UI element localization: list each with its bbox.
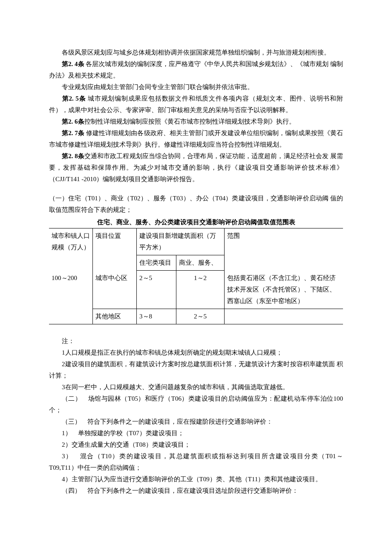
cell-scope	[225, 309, 343, 324]
item-three-3: 3） 混合（T10）类的建设项目，其总建筑面积或指标达到项目所含建设项目分类（T…	[49, 451, 343, 474]
item-three-1: 1） 单独报建的学校（T07）类建设项目；	[49, 428, 343, 439]
item-one: （一）住宅（T01）、商业（T02）、服务（T03）、办公（T04）类建设项目，…	[49, 193, 343, 216]
paragraph-professional-planning: 专业规划应由规划主管部门会同专业主管部门联合编制并依法审批。	[49, 81, 343, 93]
note-2: 2建设项目的建筑面积，有建筑设计方案时按总建筑面积计算，无建筑设计方案时按容积率…	[49, 358, 343, 382]
cell-population: 100～200	[49, 271, 93, 324]
article-2-7-label: 第2. 7条	[62, 130, 84, 136]
article-2-7-text: 修建性详细规划由各级政府、相关主管部门或开发建设单位组织编制，编制成果按照《黄石…	[49, 130, 343, 148]
cell-location: 城市中心区	[93, 271, 137, 309]
cell-commercial: 1～2	[176, 271, 225, 309]
item-three-2: 2）交通生成量大的交通（T08）类建设项目；	[49, 439, 343, 451]
table-caption: 住宅、商业、服务、办公类建设项目交通影响评价启动阈值取值范围表	[49, 217, 343, 228]
article-2-5-label: 第2. 5条	[62, 95, 86, 102]
header-location: 项目位置	[93, 228, 137, 271]
article-2-6: 第2. 6条控制性详细规划编制应按照《黄石市城市控制性详细规划技术导则》执行。	[49, 116, 343, 127]
article-2-4-label: 第2. 4条	[62, 61, 84, 67]
article-2-8: 第2. 8条交通和市政工程规划应当综合协同，合理布局，保证功能，适度超前，满足经…	[49, 150, 343, 185]
threshold-table: 城市和镇人口规模（万人） 项目位置 建设项目新增建筑面积（万平方米） 范围 住宅…	[49, 228, 343, 324]
article-2-5: 第2. 5条 城市规划编制成果应包括数据文件和纸质文件各项内容（规划文本、图件、…	[49, 93, 343, 116]
article-2-4: 第2. 4条 各层次城市规划的编制深度，应严格遵守《中华人民共和国城乡规划法》、…	[49, 58, 343, 81]
paragraph-scenic-area: 各级风景区规划应与城乡总体规划相协调并依据国家规范单独组织编制，并与旅游规划相衔…	[49, 47, 343, 58]
header-area-group: 建设项目新增建筑面积（万平方米）	[137, 228, 225, 255]
note-1: 1人口规模是指正在执行的城市和镇总体规划所确定的规划期末城镇人口规模；	[49, 347, 343, 358]
header-population: 城市和镇人口规模（万人）	[49, 228, 93, 271]
item-three-4: 4）主管部门认为应当进行交通影响评价的工业（T09）类、其他（T11）类和其他建…	[49, 474, 343, 485]
article-2-8-label: 第2. 8条	[62, 153, 84, 159]
item-four: （四） 符合下列条件之一的建设项目，应在建设项目选址阶段进行交通影响评价：	[49, 485, 343, 497]
header-commercial: 商业、服务、	[176, 255, 225, 271]
cell-residential: 3～8	[137, 309, 176, 324]
table-row: 其他地区 3～8 2～5	[49, 309, 343, 324]
table-header-row-1: 城市和镇人口规模（万人） 项目位置 建设项目新增建筑面积（万平方米） 范围	[49, 228, 343, 255]
article-2-5-text: 城市规划编制成果应包括数据文件和纸质文件各项内容（规划文本、图件、说明书和附 件…	[49, 95, 343, 113]
cell-residential: 2～5	[137, 271, 176, 309]
header-scope: 范围	[225, 228, 343, 271]
article-2-6-label: 第2. 6条	[62, 118, 84, 125]
article-2-7: 第2. 7条 修建性详细规划由各级政府、相关主管部门或开发建设单位组织编制，编制…	[49, 127, 343, 150]
article-2-8-text: 交通和市政工程规划应当综合协同，合理布局，保证功能，适度超前，满足经济社会发 展…	[49, 153, 343, 182]
header-residential: 住宅类项目	[137, 255, 176, 271]
cell-scope: 包括黄石港区（不含江北）、黄石经济技术开发区（不含托管区）、下陆区、西塞山区（东…	[225, 271, 343, 309]
item-two: （二） 场馆与园林（T05）和医疗（T06）类建设项目的启动阈值应为：配建机动车…	[49, 393, 343, 416]
article-2-4-text: 各层次城市规划的编制深度，应严格遵守《中华人民共和国城乡规划法》、《城市规划 编…	[49, 61, 343, 79]
table-row: 100～200 城市中心区 2～5 1～2 包括黄石港区（不含江北）、黄石经济技…	[49, 271, 343, 309]
cell-commercial: 2～5	[176, 309, 225, 324]
article-2-6-text: 控制性详细规划编制应按照《黄石市城市控制性详细规划技术导则》执行。	[84, 118, 295, 125]
item-three: （三） 符合下列条件之一的建设项目，应在报建阶段进行交通影响评价：	[49, 416, 343, 428]
notes-label: 注：	[49, 335, 343, 347]
cell-location: 其他地区	[93, 309, 137, 324]
note-3: 3在同一栏中，人口规模越大、交通问题越复杂的城市和镇，其阈值选取宜越低。	[49, 382, 343, 393]
